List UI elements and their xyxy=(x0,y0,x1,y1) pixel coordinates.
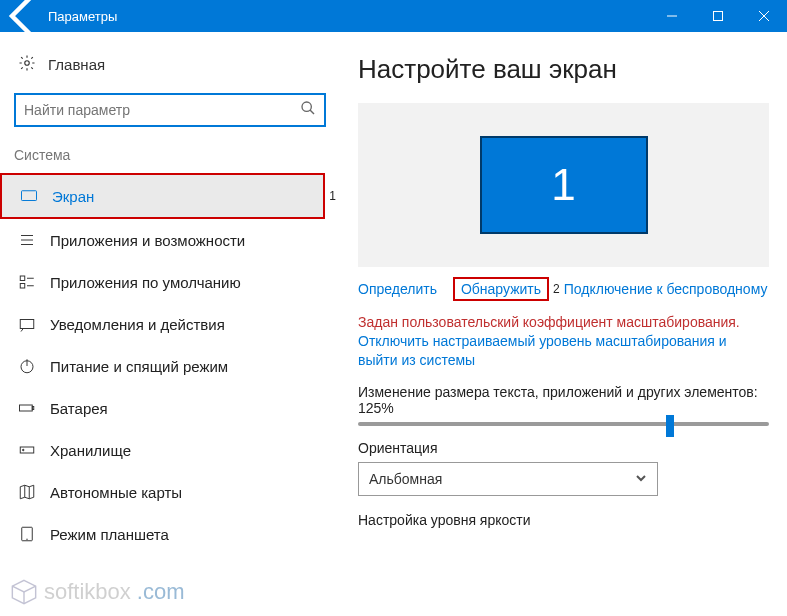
scaling-warning: Задан пользовательский коэффициент масшт… xyxy=(358,313,769,332)
list-icon xyxy=(18,231,36,249)
svg-point-21 xyxy=(23,449,25,451)
svg-line-6 xyxy=(310,110,314,114)
sidebar-item-label: Экран xyxy=(52,188,94,205)
monitor-label: 1 xyxy=(551,160,575,210)
annotation-1: 1 xyxy=(329,189,336,203)
svg-rect-11 xyxy=(20,276,25,281)
notification-icon xyxy=(18,315,36,333)
sidebar-item-storage[interactable]: Хранилище xyxy=(0,429,340,471)
svg-point-5 xyxy=(302,102,311,111)
slider-thumb[interactable] xyxy=(666,415,674,437)
sidebar-item-label: Режим планшета xyxy=(50,526,169,543)
sidebar-item-apps-features[interactable]: Приложения и возможности xyxy=(0,219,340,261)
svg-rect-15 xyxy=(20,320,34,329)
svg-rect-19 xyxy=(32,407,34,410)
sidebar-item-label: Автономные карты xyxy=(50,484,182,501)
home-link[interactable]: Главная xyxy=(0,50,340,87)
sidebar-item-label: Батарея xyxy=(50,400,108,417)
search-input-wrap[interactable] xyxy=(14,93,326,127)
home-label: Главная xyxy=(48,56,105,73)
defaults-icon xyxy=(18,273,36,291)
sidebar-item-notifications[interactable]: Уведомления и действия xyxy=(0,303,340,345)
main-panel: Настройте ваш экран 1 Определить Обнаруж… xyxy=(340,32,787,616)
svg-rect-7 xyxy=(22,191,37,201)
maximize-button[interactable] xyxy=(695,0,741,32)
scale-slider[interactable] xyxy=(358,422,769,426)
window-title: Параметры xyxy=(48,9,117,24)
back-button[interactable] xyxy=(0,0,48,32)
svg-rect-18 xyxy=(20,405,33,411)
svg-rect-24 xyxy=(22,527,33,541)
signout-link[interactable]: Отключить настраиваемый уровень масштаби… xyxy=(358,332,769,370)
orientation-label: Ориентация xyxy=(358,440,769,456)
identify-link[interactable]: Определить xyxy=(358,281,437,297)
wireless-link[interactable]: Подключение к беспроводному xyxy=(564,281,768,297)
tablet-icon xyxy=(18,525,36,543)
sidebar-item-label: Хранилище xyxy=(50,442,131,459)
sidebar-item-label: Уведомления и действия xyxy=(50,316,225,333)
sidebar-item-display[interactable]: Экран xyxy=(0,173,325,219)
scale-label: Изменение размера текста, приложений и д… xyxy=(358,384,769,416)
display-icon xyxy=(20,187,38,205)
sidebar-item-offline-maps[interactable]: Автономные карты xyxy=(0,471,340,513)
svg-rect-12 xyxy=(20,284,25,289)
close-button[interactable] xyxy=(741,0,787,32)
sidebar: Главная Система Экран 1 Приложения и воз… xyxy=(0,32,340,616)
search-input[interactable] xyxy=(24,102,300,118)
sidebar-item-label: Приложения по умолчанию xyxy=(50,274,241,291)
minimize-button[interactable] xyxy=(649,0,695,32)
gear-icon xyxy=(18,54,36,75)
page-title: Настройте ваш экран xyxy=(358,54,769,85)
sidebar-item-tablet-mode[interactable]: Режим планшета xyxy=(0,513,340,555)
sidebar-item-default-apps[interactable]: Приложения по умолчанию xyxy=(0,261,340,303)
chevron-down-icon xyxy=(635,471,647,487)
svg-point-4 xyxy=(25,61,30,66)
monitor-1[interactable]: 1 xyxy=(480,136,648,234)
svg-rect-1 xyxy=(714,12,723,21)
sidebar-item-label: Питание и спящий режим xyxy=(50,358,228,375)
storage-icon xyxy=(18,441,36,459)
display-preview-area[interactable]: 1 xyxy=(358,103,769,267)
map-icon xyxy=(18,483,36,501)
sidebar-item-label: Приложения и возможности xyxy=(50,232,245,249)
title-bar: Параметры xyxy=(0,0,787,32)
annotation-2: 2 xyxy=(553,282,560,296)
sidebar-item-power-sleep[interactable]: Питание и спящий режим xyxy=(0,345,340,387)
brightness-label: Настройка уровня яркости xyxy=(358,512,769,528)
search-icon xyxy=(300,100,316,120)
battery-icon xyxy=(18,399,36,417)
orientation-value: Альбомная xyxy=(369,471,442,487)
detect-link[interactable]: Обнаружить xyxy=(461,281,541,297)
category-label: Система xyxy=(0,143,340,173)
sidebar-item-battery[interactable]: Батарея xyxy=(0,387,340,429)
orientation-select[interactable]: Альбомная xyxy=(358,462,658,496)
power-icon xyxy=(18,357,36,375)
